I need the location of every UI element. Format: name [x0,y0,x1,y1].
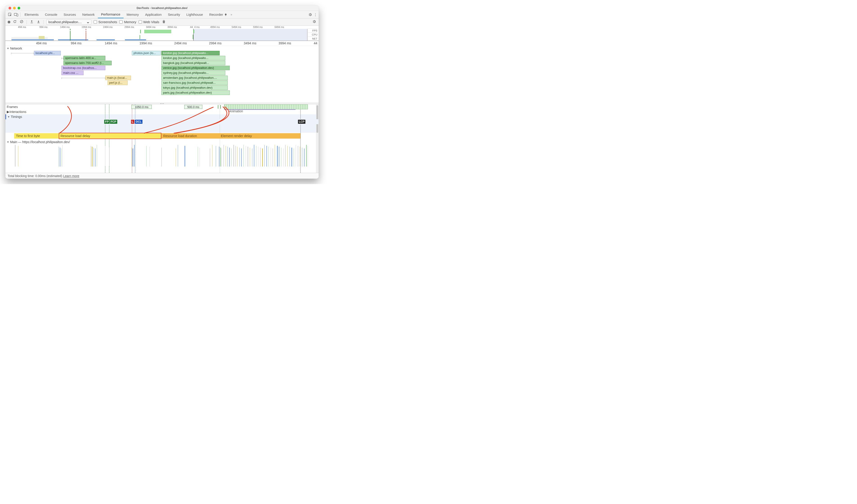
pane-splitter[interactable]: • • • [5,103,319,104]
svg-line-4 [21,21,22,22]
marker-dcl: DCL [135,120,142,124]
devtools-window: DevTools - localhost.philipwalton.dev/ E… [5,5,319,179]
tab-elements[interactable]: Elements [21,11,42,18]
phase-resource-delay: Resource load delay [59,133,162,139]
tab-sources[interactable]: Sources [61,11,79,18]
traffic-lights [5,7,20,10]
overview-pane[interactable]: 494 ms 994 ms 1494 ms 1994 ms 2494 ms 29… [5,26,319,41]
tab-network[interactable]: Network [79,11,98,18]
net-image: london.jpg (localhost.philipwalto... [161,56,225,60]
timeline-pane: 494 ms 994 ms 1494 ms 1994 ms 2494 ms 29… [5,41,319,173]
lane-lcp-phases[interactable]: Time to first byte Resource load delay R… [5,133,319,139]
reload-icon[interactable] [13,20,17,24]
svg-rect-5 [31,23,33,23]
net-image: venice.jpg (localhost.philipwalton.dev) [161,66,230,70]
animation-label: Animation [229,110,243,113]
gear-icon[interactable] [307,12,313,18]
panel-gear-icon[interactable] [312,20,316,24]
tab-application[interactable]: Application [142,11,165,18]
more-tabs-icon[interactable]: » [231,13,232,16]
phase-render-delay: Element render delay [219,133,300,139]
learn-more-link[interactable]: Learn more [63,174,80,178]
tab-security[interactable]: Security [165,11,183,18]
panel-tab-strip: Elements Console Sources Network Perform… [5,11,319,18]
inspect-icon[interactable] [7,12,13,18]
section-network[interactable]: Network [5,46,319,51]
marker-l: L [131,120,135,124]
kebab-icon[interactable]: ⋮ [313,12,317,18]
tab-lighthouse[interactable]: Lighthouse [183,11,206,18]
net-image: tokyo.jpg (localhost.philipwalton.dev) [161,85,228,90]
net-document: localhost.phi... [34,51,61,55]
overview-ruler: 494 ms 994 ms 1494 ms 1994 ms 2494 ms 29… [5,26,307,29]
lower-pane: Frames 1050.0 ms 500.0 ms ▶ Interactions… [5,104,319,173]
clear-icon[interactable] [19,20,24,24]
svg-rect-2 [17,14,18,16]
download-icon[interactable] [36,20,41,24]
web-vitals-checkbox[interactable]: Web Vitals [139,20,159,24]
net-image: san-francisco.jpg (localhost.philipwalt.… [161,81,228,85]
overview-chart[interactable] [5,29,307,40]
footer-status: Total blocking time: 0.00ms (estimated) … [5,173,319,179]
svg-rect-6 [37,23,39,23]
zoom-icon[interactable] [18,7,20,10]
status-text: Total blocking time: 0.00ms (estimated) [7,174,62,178]
screenshots-checkbox[interactable]: Screenshots [94,20,117,24]
upload-icon[interactable] [30,20,34,24]
marker-lcp: LCP [298,120,305,124]
net-image: london.jpg (localhost.philipwalto... [161,51,220,55]
animation-bar [224,104,308,110]
net-image: paris.jpg (localhost.philipwalton.dev) [161,90,230,95]
memory-checkbox[interactable]: Memory [119,20,136,24]
phase-resource-duration: Resource load duration [161,133,219,139]
window-title: DevTools - localhost.philipwalton.dev/ [5,6,319,10]
phase-ttfb: Time to first byte [14,133,59,139]
window-titlebar[interactable]: DevTools - localhost.philipwalton.dev/ [5,5,319,11]
close-icon[interactable] [9,7,11,10]
section-main[interactable]: Main — https://localhost.philipwalton.de… [5,139,319,145]
net-js: main.js (local... [105,75,131,80]
device-toggle-icon[interactable] [13,12,19,18]
net-xhr: photos.json (lo... [132,51,161,55]
net-js: perf.js (l... [107,81,128,85]
performance-toolbar: localhost.philipwalton.... Screenshots M… [5,18,319,26]
net-font: opensans-latin-400.w... [64,56,105,60]
overview-metric-labels: FPS CPU NET [308,28,319,40]
net-image: sydney.jpg (localhost.philipwalto... [161,71,225,75]
network-lane[interactable]: localhost.phi... photos.json (lo... lond… [5,51,319,103]
net-font: opensans-latin-700.woff2 (l... [64,61,112,65]
svg-rect-1 [14,13,17,16]
lane-timings[interactable]: FP FCP L DCL LCP [5,119,319,124]
net-css: bootstrap.css (localhos... [62,66,105,70]
frame-idle: 500.0 ms [184,105,202,109]
tab-console[interactable]: Console [42,11,61,18]
lane-frames[interactable]: Frames 1050.0 ms 500.0 ms [5,104,319,110]
recording-select[interactable]: localhost.philipwalton.... [46,20,91,24]
net-image: bangkok.jpg (localhost.philipwalt... [161,61,225,65]
timeline-ruler[interactable]: 494 ms 994 ms 1494 ms 1994 ms 2494 ms 29… [5,41,319,46]
marker-fp: FP [104,120,110,124]
tab-performance[interactable]: Performance [98,11,123,18]
net-css: main.css ... [62,71,83,75]
frame-idle: 1050.0 ms [131,105,152,109]
flame-chart[interactable]: [3,4,17,17.4,17.8,18.2,27.2,27.6,28.1,28… [5,145,319,167]
lane-interactions[interactable]: ▶ Interactions Animation [5,110,319,114]
section-timings[interactable]: Timings [5,114,319,119]
record-icon[interactable] [7,21,10,23]
marker-fcp: FCP [110,120,117,124]
trash-icon[interactable] [162,20,166,24]
minimize-icon[interactable] [13,7,16,10]
tab-memory[interactable]: Memory [123,11,142,18]
net-image: amsterdam.jpg (localhost.philipwalton...… [161,75,228,80]
tab-recorder[interactable]: Recorder ⧪ [206,11,231,18]
